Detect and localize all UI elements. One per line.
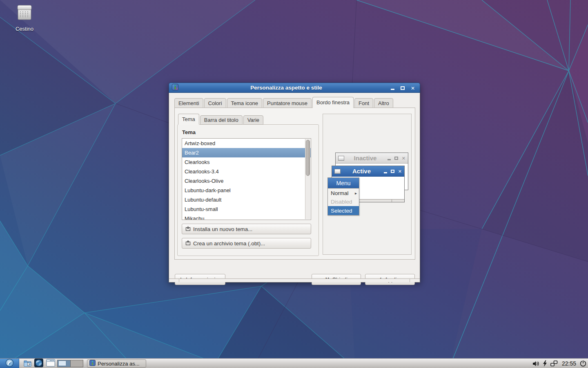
main-tabrow: Elementi Colori Tema icone Puntatore mou… [174, 97, 394, 108]
trash-label: Cestino [16, 26, 33, 32]
scrollbar-thumb[interactable] [306, 140, 310, 176]
trash-icon [6, 3, 43, 24]
preview-inactive-title: Inactive [346, 155, 384, 162]
preview-maximize-icon [391, 170, 394, 173]
resize-grip-right[interactable] [410, 279, 410, 282]
theme-list-item[interactable]: Clearlooks-3.4 [182, 167, 311, 176]
preview-menu-item-selected: Selected [328, 206, 359, 215]
maximize-icon [401, 86, 405, 90]
window-body: Elementi Colori Tema icone Puntatore mou… [169, 93, 420, 283]
install-theme-label: Installa un nuovo tema... [193, 226, 252, 232]
theme-list-scrollbar[interactable] [305, 139, 310, 219]
window-app-icon [172, 84, 178, 92]
window-icon [46, 359, 55, 368]
tab-barra-del-titolo[interactable]: Barra del titolo [200, 115, 243, 125]
minimize-button[interactable] [390, 85, 395, 91]
minimize-icon [391, 89, 394, 90]
preview-menu-title: Menu [328, 178, 359, 188]
inner-tabrow: Tema Barra del titolo Varie [178, 114, 264, 125]
workspace-2[interactable] [70, 360, 83, 367]
preview-window-icon [334, 169, 341, 174]
folder-icon [23, 359, 32, 368]
window-resize-bar[interactable] [169, 278, 420, 282]
logout-power-icon[interactable] [580, 360, 586, 367]
taskbar-window-button[interactable]: Personalizza as... [87, 359, 146, 368]
preview-active-titlebar: Active ✕ [332, 166, 404, 177]
theme-list-item-selected[interactable]: Bear2 [182, 148, 311, 157]
workspace-1[interactable] [58, 360, 70, 367]
tab-tema-icone[interactable]: Tema icone [227, 98, 262, 108]
volume-icon[interactable] [532, 361, 540, 367]
tab-tema[interactable]: Tema [178, 114, 199, 125]
task-button-label: Personalizza as... [98, 361, 140, 367]
globe-icon [34, 359, 43, 368]
network-icon[interactable] [550, 360, 558, 367]
web-browser-launcher[interactable] [33, 359, 44, 368]
preview-minimize-icon [384, 172, 387, 173]
theme-list-item[interactable]: Lubuntu-small [182, 204, 311, 214]
tab-colori[interactable]: Colori [204, 98, 226, 108]
theme-list-item[interactable]: Artwiz-boxed [182, 139, 311, 148]
lxappearance-window: Personalizza aspetto e stile ✕ Elementi … [169, 83, 420, 283]
desktop-icon-trash[interactable]: Cestino [6, 3, 43, 32]
lubuntu-logo-icon [5, 359, 14, 368]
show-desktop-launcher[interactable] [45, 359, 56, 368]
create-archive-label: Crea un archivio tema (.obt)... [193, 240, 265, 247]
power-manager-icon[interactable] [543, 360, 547, 367]
theme-list-item[interactable]: Lubuntu-default [182, 195, 311, 204]
install-theme-button[interactable]: Installa un nuovo tema... [182, 224, 311, 234]
package-create-icon [185, 240, 191, 247]
bordo-finestra-panel: Tema Barra del titolo Varie Tema Artwiz-… [174, 108, 415, 260]
preview-close-icon: ✕ [398, 169, 402, 174]
workspace-pager[interactable] [57, 360, 83, 367]
close-icon: ✕ [411, 86, 415, 91]
preview-maximize-icon [394, 157, 398, 160]
preview-active-title: Active [343, 168, 381, 175]
task-app-icon [89, 360, 96, 367]
theme-list-item[interactable]: Mikachu [182, 214, 311, 220]
preview-menu: Menu Normal ▸ Disabled Selected [327, 177, 359, 215]
taskbar: Personalizza as... 22 [0, 358, 588, 368]
start-menu-button[interactable] [0, 359, 19, 368]
taskbar-clock[interactable]: 22:55 [561, 360, 577, 367]
close-button[interactable]: ✕ [410, 85, 416, 91]
tab-font[interactable]: Font [354, 98, 373, 108]
desktop: Cestino Personalizza aspetto e stile ✕ [0, 0, 588, 368]
maximize-button[interactable] [400, 85, 405, 91]
preview-close-icon: ✕ [402, 156, 405, 161]
preview-inactive-titlebar: Inactive ✕ [336, 153, 408, 164]
theme-preview-panel: Inactive ✕ Active [323, 114, 412, 255]
system-tray: 22:55 [532, 359, 586, 368]
create-archive-button[interactable]: Crea un archivio tema (.obt)... [182, 238, 311, 249]
file-manager-launcher[interactable] [22, 359, 32, 368]
theme-frame-label: Tema [182, 129, 196, 135]
tab-elementi[interactable]: Elementi [174, 98, 203, 108]
window-title: Personalizza aspetto e stile [185, 85, 387, 91]
theme-list[interactable]: Artwiz-boxed Bear2 Clearlooks Clearlooks… [182, 138, 311, 220]
submenu-arrow-icon: ▸ [355, 191, 357, 195]
preview-menu-item-disabled: Disabled [328, 197, 359, 206]
tab-altro[interactable]: Altro [374, 98, 393, 108]
workspace-window-thumb [59, 361, 66, 366]
theme-frame: Tema Artwiz-boxed Bear2 Clearlooks Clear… [177, 124, 319, 256]
theme-list-item[interactable]: Lubuntu-dark-panel [182, 186, 311, 195]
preview-minimize-icon [388, 159, 391, 160]
resize-grip-left[interactable] [179, 279, 179, 282]
preview-menu-item-normal: Normal ▸ [328, 188, 359, 197]
preview-window-icon [338, 156, 344, 161]
theme-list-item[interactable]: Clearlooks-Olive [182, 176, 311, 186]
package-install-icon [185, 226, 191, 232]
window-titlebar[interactable]: Personalizza aspetto e stile ✕ [169, 83, 420, 93]
theme-list-item[interactable]: Clearlooks [182, 157, 311, 167]
tab-varie[interactable]: Varie [243, 115, 263, 125]
tab-puntatore-mouse[interactable]: Puntatore mouse [263, 98, 312, 108]
tab-bordo-finestra[interactable]: Bordo finestra [312, 97, 354, 108]
